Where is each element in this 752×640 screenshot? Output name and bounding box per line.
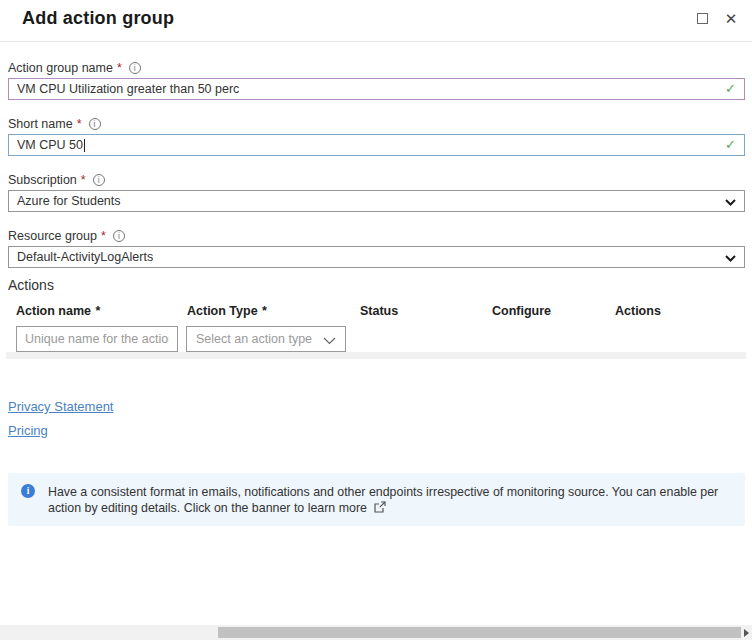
close-icon: ✕ xyxy=(725,11,738,26)
required-asterisk: * xyxy=(262,304,267,318)
column-header-action-type: Action Type * xyxy=(179,304,352,318)
required-asterisk: * xyxy=(96,304,101,318)
close-button[interactable]: ✕ xyxy=(722,9,740,27)
action-group-name-input[interactable] xyxy=(8,78,745,100)
maximize-button[interactable] xyxy=(693,9,711,27)
horizontal-scrollbar[interactable] xyxy=(0,625,752,640)
info-icon[interactable]: i xyxy=(93,174,105,186)
info-icon: i xyxy=(21,484,35,498)
info-icon[interactable]: i xyxy=(113,230,125,242)
window-controls: ✕ xyxy=(693,9,740,27)
info-icon[interactable]: i xyxy=(129,62,141,74)
maximize-icon xyxy=(697,13,708,24)
actions-section-title: Actions xyxy=(8,277,745,294)
required-asterisk: * xyxy=(101,229,106,243)
dialog-title: Add action group xyxy=(22,8,174,28)
short-name-label: Short name xyxy=(8,117,73,131)
chevron-down-icon xyxy=(725,255,736,262)
action-group-name-label-row: Action group name * i xyxy=(8,61,745,75)
resource-group-label: Resource group xyxy=(8,229,97,243)
row-separator xyxy=(6,352,746,359)
scroll-right-arrow-icon[interactable] xyxy=(744,629,749,637)
action-type-select[interactable]: Select an action type xyxy=(186,326,346,352)
privacy-statement-link[interactable]: Privacy Statement xyxy=(8,399,114,414)
valid-check-icon: ✓ xyxy=(725,82,736,95)
required-asterisk: * xyxy=(81,173,86,187)
action-row: Select an action type xyxy=(8,326,745,352)
column-header-action-name: Action name * xyxy=(8,304,179,318)
actions-table-header: Action name * Action Type * Status Confi… xyxy=(8,304,745,318)
action-name-input[interactable] xyxy=(16,326,178,352)
resource-group-select[interactable]: Default-ActivityLogAlerts xyxy=(8,246,745,268)
external-link-icon xyxy=(374,501,386,513)
resource-group-label-row: Resource group * i xyxy=(8,229,745,243)
column-header-configure: Configure xyxy=(484,304,607,318)
dialog-header: Add action group ✕ xyxy=(0,0,752,42)
subscription-select[interactable]: Azure for Students xyxy=(8,190,745,212)
chevron-down-icon xyxy=(323,337,336,345)
subscription-label-row: Subscription * i xyxy=(8,173,745,187)
action-group-name-label: Action group name xyxy=(8,61,113,75)
required-asterisk: * xyxy=(77,117,82,131)
scrollbar-thumb[interactable] xyxy=(218,627,741,638)
short-name-input[interactable]: VM CPU 50 xyxy=(8,134,745,156)
required-asterisk: * xyxy=(117,61,122,75)
short-name-label-row: Short name * i xyxy=(8,117,745,131)
info-banner[interactable]: i Have a consistent format in emails, no… xyxy=(8,473,745,526)
valid-check-icon: ✓ xyxy=(725,138,736,151)
text-cursor xyxy=(84,139,85,152)
chevron-down-icon xyxy=(725,199,736,206)
column-header-actions: Actions xyxy=(607,304,745,318)
subscription-label: Subscription xyxy=(8,173,77,187)
column-header-status: Status xyxy=(352,304,484,318)
dialog-body: Action group name * i ✓ Short name * i V… xyxy=(0,61,752,640)
info-icon[interactable]: i xyxy=(89,118,101,130)
pricing-link[interactable]: Pricing xyxy=(8,423,48,438)
